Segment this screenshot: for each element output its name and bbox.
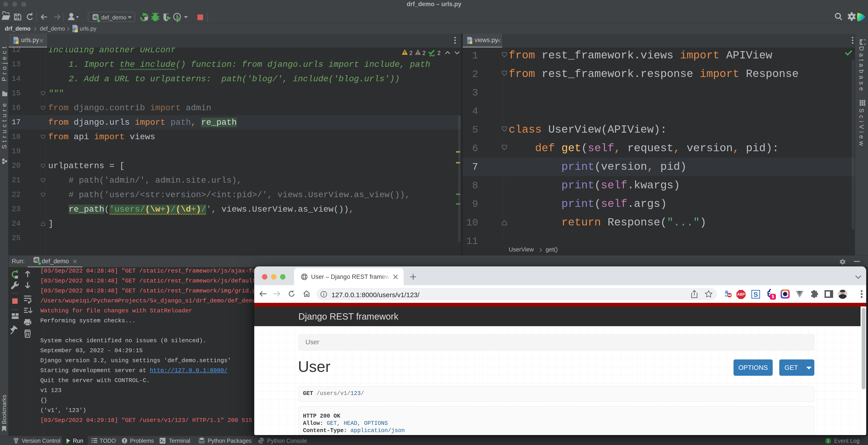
svg-text:2: 2 [437,50,440,56]
svg-text:2: 2 [423,50,426,56]
svg-text:2: 2 [409,50,412,56]
svg-text:$: $ [772,294,774,299]
